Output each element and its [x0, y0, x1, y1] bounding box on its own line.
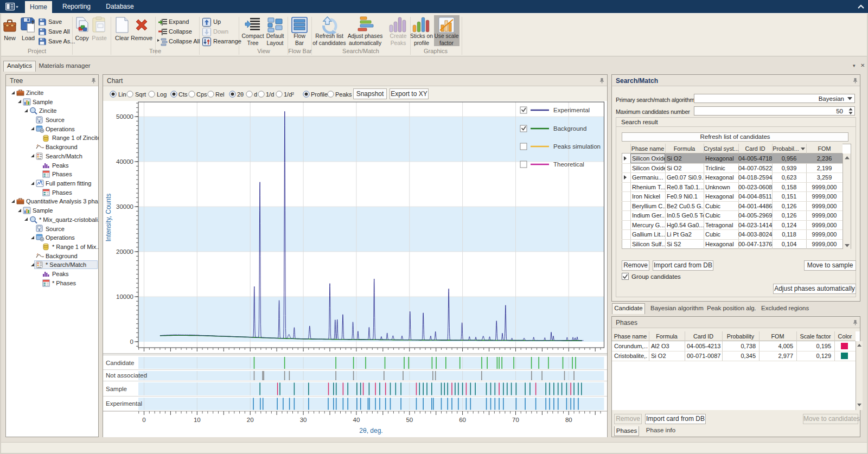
svg-text:60: 60: [459, 417, 466, 423]
svg-text:Sample: Sample: [106, 386, 127, 392]
svg-text:Experimental: Experimental: [553, 107, 590, 113]
svg-text:30: 30: [300, 417, 307, 423]
svg-text:30000: 30000: [116, 203, 133, 210]
svg-text:50: 50: [406, 417, 413, 423]
svg-text:10: 10: [194, 417, 201, 423]
svg-text:50000: 50000: [116, 113, 133, 120]
svg-text:20: 20: [247, 417, 254, 423]
svg-text:40000: 40000: [116, 158, 133, 165]
svg-text:0: 0: [130, 338, 133, 345]
svg-text:Candidate: Candidate: [106, 360, 134, 366]
svg-text:Background: Background: [553, 125, 586, 132]
svg-text:40: 40: [353, 417, 360, 423]
svg-text:Peaks simulation: Peaks simulation: [553, 143, 601, 150]
svg-text:80: 80: [565, 417, 572, 423]
svg-text:Intensity, Counts: Intensity, Counts: [105, 194, 112, 242]
svg-text:2θ, deg.: 2θ, deg.: [359, 427, 382, 434]
svg-text:Experimental: Experimental: [106, 400, 142, 407]
svg-text:Theoretical: Theoretical: [553, 161, 584, 168]
svg-text:20000: 20000: [116, 248, 133, 255]
svg-text:10000: 10000: [116, 293, 133, 300]
svg-text:70: 70: [512, 417, 519, 423]
svg-text:Not associated: Not associated: [106, 372, 147, 379]
svg-text:0: 0: [142, 417, 145, 423]
